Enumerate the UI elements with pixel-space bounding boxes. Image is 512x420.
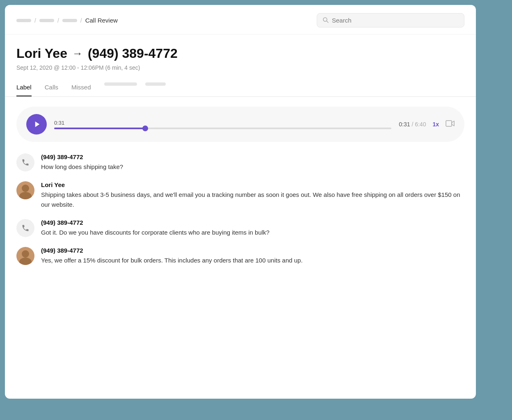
message-sender-4: (949) 389-4772 [41,247,464,254]
time-current: 0:31 / 6:40 [399,121,426,128]
video-icon[interactable] [446,120,455,129]
message-content-1: (949) 389-4772 How long does shipping ta… [41,153,464,171]
breadcrumb-sep-2: / [57,17,59,24]
message-text-4: Yes, we offer a 15% discount for bulk or… [41,256,464,265]
caller-name: Lori Yee [16,46,67,61]
message-content-4: (949) 389-4772 Yes, we offer a 15% disco… [41,247,464,265]
message-text-3: Got it. Do we you have discounts for cor… [41,228,464,237]
message-content-3: (949) 389-4772 Got it. Do we you have di… [41,219,464,237]
call-datetime: Sept 12, 2020 @ 12:00 - 12:06PM (6 min, … [16,64,464,71]
svg-line-1 [327,21,328,23]
breadcrumb-seg-3 [62,19,77,22]
breadcrumb-sep-1: / [34,17,36,24]
avatar-agent-2 [16,247,34,265]
page-title-area: Lori Yee → (949) 389-4772 Sept 12, 2020 … [5,34,476,74]
audio-player: 0:31 0:31 / 6:40 1x [16,107,464,142]
progress-bar[interactable] [54,128,391,129]
message-sender-2: Lori Yee [41,181,464,188]
time-above: 0:31 [54,120,391,126]
breadcrumb-sep-3: / [80,17,82,24]
arrow-icon: → [72,47,83,60]
player-timeline: 0:31 [54,120,391,129]
header-bar: / / / Call Review [5,5,476,34]
main-card: / / / Call Review Lori Yee → (949) 389-4… [5,5,476,399]
play-button[interactable] [26,114,47,135]
search-box[interactable] [317,13,464,27]
message-row: (949) 389-4772 Got it. Do we you have di… [16,219,464,237]
page-title: Lori Yee → (949) 389-4772 [16,46,464,61]
search-input[interactable] [332,17,458,24]
player-right: 0:31 / 6:40 1x [399,120,455,129]
avatar-phone-2 [16,219,34,237]
message-row: (949) 389-4772 Yes, we offer a 15% disco… [16,247,464,265]
svg-marker-2 [35,121,39,127]
message-row: Lori Yee Shipping takes about 3-5 busine… [16,181,464,209]
progress-thumb[interactable] [142,126,148,131]
message-sender-1: (949) 389-4772 [41,153,464,160]
message-content-2: Lori Yee Shipping takes about 3-5 busine… [41,181,464,209]
tabs-bar: Label Calls Missed [5,74,476,97]
search-icon [323,17,329,24]
svg-rect-3 [446,121,452,126]
tab-label[interactable]: Label [16,84,32,96]
conversation: (949) 389-4772 How long does shipping ta… [5,150,476,276]
avatar-phone-1 [16,153,34,171]
breadcrumb: / / / Call Review [16,17,118,24]
phone-number-title: (949) 389-4772 [88,46,178,61]
tab-calls[interactable]: Calls [45,84,58,96]
tab-placeholder-2 [145,82,166,86]
tab-placeholder-1 [104,82,137,86]
progress-fill [54,128,145,129]
breadcrumb-seg-1 [16,19,31,22]
message-row: (949) 389-4772 How long does shipping ta… [16,153,464,171]
message-text-1: How long does shipping take? [41,162,464,171]
message-text-2: Shipping takes about 3-5 business days, … [41,190,464,209]
avatar-agent-1 [16,181,34,199]
tab-missed[interactable]: Missed [71,84,91,96]
breadcrumb-current: Call Review [85,17,118,24]
message-sender-3: (949) 389-4772 [41,219,464,226]
speed-button[interactable]: 1x [432,121,439,128]
breadcrumb-seg-2 [39,19,54,22]
